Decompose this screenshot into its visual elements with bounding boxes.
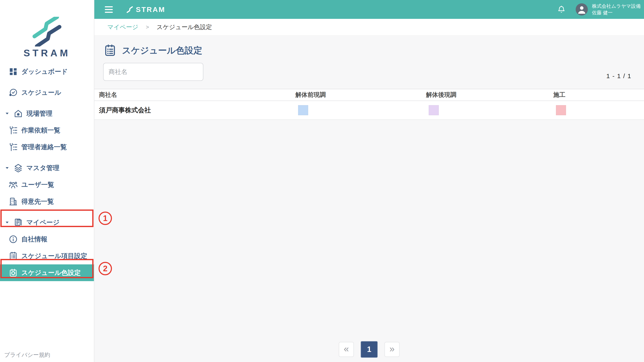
main-area: STRAM 株式会社ムラヤマ設備 佐藤 健一 マイページ > スケジュール色設: [94, 0, 644, 362]
pagination: « 1 »: [339, 341, 400, 358]
schedule-color-settings-icon: [103, 43, 117, 57]
chevron-down-icon: [4, 111, 10, 116]
sidebar-item-client-list[interactable]: 得意先一覧: [0, 193, 94, 210]
sidebar-item-label: スケジュール: [22, 88, 61, 97]
privacy-policy-link[interactable]: プライバシー規約: [4, 351, 50, 359]
sidebar-item-user-list[interactable]: ユーザ一覧: [0, 176, 94, 193]
sidebar-nav: ダッシュボード スケジュール 現場管理: [0, 63, 94, 281]
stram-logo-icon: [32, 17, 62, 46]
pagination-first-button[interactable]: «: [339, 342, 354, 357]
pagination-last-button[interactable]: »: [384, 342, 400, 357]
app-window: STRAM ダッシュボード スケジュール: [0, 0, 644, 362]
sidebar-item-label: ダッシュボード: [22, 67, 68, 76]
sidebar-item-label: スケジュール項目設定: [22, 252, 87, 260]
color-swatch-pre-demolition[interactable]: [298, 105, 308, 115]
user-info: 株式会社ムラヤマ設備 佐藤 健一: [592, 3, 641, 16]
sidebar-item-label: マイページ: [26, 218, 60, 227]
admin-contact-list-icon: [8, 142, 18, 152]
schedule-item-settings-icon: [8, 251, 18, 261]
result-count: 1 - 1 / 1: [606, 72, 632, 81]
client-list-icon: [8, 197, 18, 206]
construction-color-cell: [553, 105, 644, 115]
sidebar-item-work-request-list[interactable]: 作業依頼一覧: [0, 122, 94, 139]
column-header-company: 商社名: [94, 91, 296, 99]
table-header-row: 商社名 解体前現調 解体後現調 施工: [94, 89, 644, 101]
dashboard-icon: [8, 67, 18, 76]
column-header-construction: 施工: [553, 91, 644, 99]
sidebar-item-label: スケジュール色設定: [22, 268, 81, 277]
sidebar-item-label: 作業依頼一覧: [22, 126, 60, 135]
column-header-pre-demolition: 解体前現調: [296, 91, 426, 99]
user-list-icon: [8, 180, 18, 190]
hamburger-menu-button[interactable]: [105, 6, 113, 13]
color-swatch-post-demolition[interactable]: [429, 105, 439, 115]
user-name: 佐藤 健一: [592, 9, 641, 16]
company-info-icon: [8, 234, 18, 244]
column-header-post-demolition: 解体後現調: [426, 91, 553, 99]
sidebar: STRAM ダッシュボード スケジュール: [0, 0, 94, 362]
master-management-icon: [14, 163, 23, 173]
chevron-down-icon: [4, 165, 10, 171]
search-row: 1 - 1 / 1: [103, 63, 632, 81]
company-name-cell: 須戸商事株式会社: [94, 106, 296, 115]
sidebar-item-schedule-item-settings[interactable]: スケジュール項目設定: [0, 248, 94, 264]
user-avatar[interactable]: [576, 3, 588, 15]
breadcrumb-current: スケジュール色設定: [156, 23, 212, 31]
breadcrumb-separator: >: [146, 24, 149, 30]
sidebar-item-schedule-color-settings[interactable]: スケジュール色設定: [0, 264, 94, 281]
schedule-color-settings-icon: [8, 268, 18, 278]
sidebar-item-master-management[interactable]: マスタ管理: [0, 160, 94, 176]
user-company: 株式会社ムラヤマ設備: [592, 3, 641, 9]
sidebar-item-label: 得意先一覧: [22, 197, 54, 206]
page-content: スケジュール色設定 1 - 1 / 1 商社名 解体前現調 解体後現調 施工 須…: [94, 36, 644, 362]
pre-demolition-color-cell: [296, 105, 426, 115]
pagination-page-1[interactable]: 1: [360, 341, 378, 358]
sidebar-item-dashboard[interactable]: ダッシュボード: [0, 63, 94, 80]
color-settings-table: 商社名 解体前現調 解体後現調 施工 須戸商事株式会社: [94, 89, 644, 120]
sidebar-logo: STRAM: [0, 0, 94, 59]
breadcrumb: マイページ > スケジュール色設定: [94, 19, 644, 36]
sidebar-item-mypage[interactable]: マイページ: [0, 214, 94, 231]
sidebar-item-site-management[interactable]: 現場管理: [0, 105, 94, 122]
table-row: 須戸商事株式会社: [94, 101, 644, 120]
site-management-icon: [14, 109, 23, 118]
mypage-icon: [14, 218, 23, 227]
sidebar-logo-text: STRAM: [24, 47, 70, 59]
topbar-brand: STRAM: [125, 5, 166, 14]
chevron-down-icon: [4, 220, 10, 225]
page-title-row: スケジュール色設定: [103, 43, 644, 57]
breadcrumb-parent-link[interactable]: マイページ: [107, 23, 138, 31]
color-swatch-construction[interactable]: [556, 105, 566, 115]
topbar-brand-text: STRAM: [136, 5, 166, 14]
work-request-list-icon: [8, 125, 18, 135]
sidebar-item-admin-contact-list[interactable]: 管理者連絡一覧: [0, 139, 94, 155]
topbar: STRAM 株式会社ムラヤマ設備 佐藤 健一: [94, 0, 644, 19]
schedule-icon: [8, 88, 18, 97]
sidebar-item-label: 自社情報: [22, 235, 48, 244]
post-demolition-color-cell: [426, 105, 553, 115]
sidebar-item-label: 現場管理: [26, 109, 52, 118]
stram-logo-icon: [125, 5, 134, 14]
page-title: スケジュール色設定: [122, 45, 202, 56]
sidebar-item-label: ユーザ一覧: [22, 180, 54, 189]
sidebar-item-label: 管理者連絡一覧: [22, 143, 67, 151]
trading-company-search-input[interactable]: [103, 63, 203, 81]
sidebar-item-label: マスタ管理: [26, 164, 59, 172]
sidebar-item-company-info[interactable]: 自社情報: [0, 231, 94, 248]
notification-bell-icon[interactable]: [557, 4, 566, 14]
sidebar-item-schedule[interactable]: スケジュール: [0, 84, 94, 101]
